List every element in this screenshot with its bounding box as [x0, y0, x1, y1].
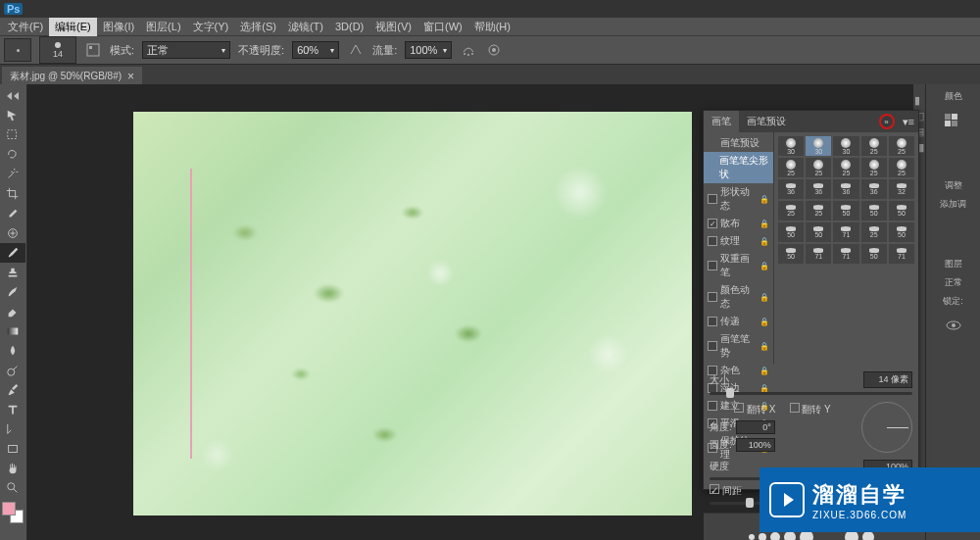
canvas[interactable] — [133, 112, 692, 515]
menu-item[interactable]: 编辑(E) — [49, 18, 97, 36]
menu-item[interactable]: 视图(V) — [369, 18, 417, 36]
brush-tip[interactable]: 25 — [861, 158, 887, 177]
angle-value[interactable]: 0° — [736, 420, 775, 434]
brush-tip[interactable]: 50 — [861, 244, 887, 264]
brush-tip[interactable]: 36 — [806, 179, 831, 199]
visibility-icon[interactable] — [941, 316, 966, 335]
stamp-tool[interactable] — [0, 263, 25, 282]
blend-normal-label[interactable]: 正常 — [926, 274, 980, 291]
type-tool[interactable] — [0, 400, 25, 419]
flip-y-checkbox[interactable]: 翻转 Y — [790, 403, 831, 417]
marquee-tool[interactable] — [0, 125, 25, 145]
brush-tip[interactable]: 25 — [861, 136, 887, 156]
menu-item[interactable]: 图层(L) — [140, 18, 186, 36]
color-swatch[interactable] — [2, 502, 24, 523]
brush-option-row[interactable]: 纹理🔒 — [704, 232, 773, 250]
menu-item[interactable]: 滤镜(T) — [282, 18, 329, 36]
brush-tip[interactable]: 71 — [889, 244, 914, 264]
brush-tip[interactable]: 32 — [889, 179, 914, 199]
path-tool[interactable] — [0, 419, 25, 439]
flip-x-checkbox[interactable]: 翻转 X — [734, 403, 775, 417]
brush-presets-tab[interactable]: 画笔预设 — [739, 111, 794, 132]
flow-input[interactable]: 100%▾ — [405, 41, 452, 59]
brush-tip[interactable]: 25 — [806, 201, 831, 221]
brush-option-row[interactable]: 画笔笔尖形状 — [704, 152, 773, 183]
add-adjustment-label[interactable]: 添加调 — [926, 196, 980, 213]
brush-tool[interactable] — [0, 243, 25, 263]
brush-tip[interactable]: 30 — [806, 136, 831, 156]
spacing-checkbox[interactable]: ✓ 间距 — [710, 484, 742, 498]
pressure-size-icon[interactable] — [485, 41, 503, 59]
menu-item[interactable]: 图像(I) — [97, 18, 140, 36]
brush-tip[interactable]: 36 — [861, 179, 887, 199]
angle-widget[interactable] — [861, 402, 912, 453]
brush-option-row[interactable]: 颜色动态🔒 — [704, 281, 773, 313]
menu-item[interactable]: 帮助(H) — [468, 18, 516, 36]
brush-option-row[interactable]: 散布🔒 — [704, 215, 773, 232]
brush-tip[interactable]: 25 — [778, 158, 804, 177]
history-tool[interactable] — [0, 282, 25, 302]
brush-tab[interactable]: 画笔 — [704, 111, 739, 132]
eraser-tool[interactable] — [0, 302, 25, 321]
hand-tool[interactable] — [0, 459, 25, 478]
size-slider[interactable] — [710, 392, 912, 395]
brush-tip[interactable]: 50 — [889, 201, 914, 221]
brush-tip[interactable]: 30 — [778, 136, 804, 156]
blend-mode-select[interactable]: 正常▾ — [142, 41, 230, 59]
brush-option-row[interactable]: 画笔笔势🔒 — [704, 330, 773, 362]
dodge-tool[interactable] — [0, 361, 25, 380]
crop-tool[interactable] — [0, 184, 25, 204]
brush-option-row[interactable]: 双重画笔🔒 — [704, 250, 773, 281]
brush-tip[interactable]: 50 — [778, 244, 804, 264]
menu-item[interactable]: 文件(F) — [2, 18, 49, 36]
brush-tip[interactable]: 36 — [833, 179, 858, 199]
opacity-input[interactable]: 60%▾ — [292, 41, 339, 59]
lasso-tool[interactable] — [0, 145, 25, 165]
roundness-value[interactable]: 100% — [736, 438, 775, 452]
brush-tip[interactable]: 50 — [833, 201, 858, 221]
blur-tool[interactable] — [0, 341, 25, 361]
size-value[interactable]: 14 像素 — [863, 371, 912, 388]
brush-tip[interactable]: 50 — [778, 222, 804, 242]
layers-panel-label[interactable]: 图层 — [926, 256, 980, 272]
panel-menu-icon[interactable]: ▾≡ — [903, 116, 914, 128]
brush-tip[interactable]: 71 — [833, 222, 858, 242]
menu-item[interactable]: 选择(S) — [234, 18, 282, 36]
brush-tip[interactable]: 50 — [889, 222, 914, 242]
brush-tip[interactable]: 25 — [889, 136, 914, 156]
brush-option-row[interactable]: 画笔预设 — [704, 134, 773, 152]
rect-tool[interactable] — [0, 439, 25, 459]
brush-preset-picker[interactable]: 14 — [39, 36, 76, 64]
brush-tip[interactable]: 50 — [806, 222, 831, 242]
wand-tool[interactable] — [0, 165, 25, 184]
brush-option-row[interactable]: 传递🔒 — [704, 313, 773, 330]
airbrush-icon[interactable] — [460, 41, 477, 59]
toolbox-expand-icon[interactable] — [0, 86, 25, 106]
brush-tip[interactable]: 25 — [889, 158, 914, 177]
pen-tool[interactable] — [0, 380, 25, 400]
color-panel-label[interactable]: 颜色 — [926, 88, 980, 105]
collapse-panel-icon[interactable]: » — [879, 114, 895, 129]
brush-option-row[interactable]: 形状动态🔒 — [704, 183, 773, 215]
pressure-opacity-icon[interactable] — [347, 41, 365, 59]
close-icon[interactable]: × — [127, 70, 134, 83]
heal-tool[interactable] — [0, 223, 25, 243]
document-tab[interactable]: 素材.jpg @ 50%(RGB/8#) × — [2, 67, 142, 86]
zoom-tool[interactable] — [0, 478, 25, 498]
menu-item[interactable]: 文字(Y) — [187, 18, 235, 36]
brush-tip[interactable]: 71 — [833, 244, 858, 264]
adjustments-panel-label[interactable]: 调整 — [926, 177, 980, 194]
brush-tip[interactable]: 25 — [861, 222, 887, 242]
brush-panel-icon[interactable]: ▮ — [914, 94, 924, 104]
move-tool[interactable] — [0, 106, 25, 125]
tool-preset-picker[interactable] — [4, 38, 31, 62]
eyedropper-tool[interactable] — [0, 204, 25, 223]
menu-item[interactable]: 3D(D) — [329, 19, 369, 34]
swatches-icon[interactable] — [941, 111, 966, 130]
menu-item[interactable]: 窗口(W) — [417, 18, 468, 36]
gradient-tool[interactable] — [0, 321, 25, 341]
brush-tip[interactable]: 36 — [778, 179, 804, 199]
brush-tip[interactable]: 30 — [833, 136, 858, 156]
brush-tip[interactable]: 50 — [861, 201, 887, 221]
brush-tip[interactable]: 71 — [806, 244, 831, 264]
